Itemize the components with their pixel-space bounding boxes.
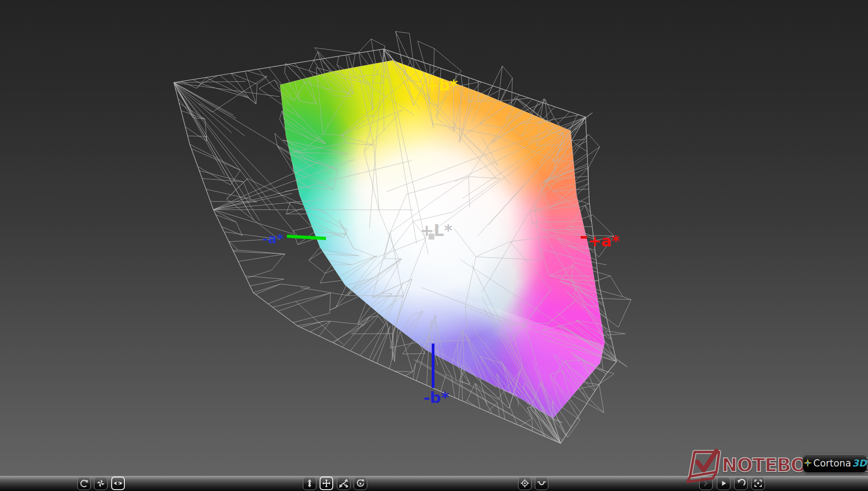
undo-arrow-icon — [739, 479, 745, 485]
orbit-arrow-icon — [81, 480, 87, 486]
orbit-rotate-button[interactable] — [77, 476, 91, 490]
axis-label-plus-L: +L* — [420, 221, 453, 240]
view-visibility-button[interactable] — [111, 476, 125, 490]
axis-label-plus-a: +a* — [588, 232, 620, 250]
axis-label-plus-b: +b* — [426, 76, 458, 94]
play-animation-button[interactable] — [717, 476, 730, 490]
cortona3d-badge[interactable]: Cortona3D — [803, 454, 867, 473]
cortona-brand-text: Cortona — [814, 458, 851, 469]
axis-label-minus-a: -a* — [262, 231, 284, 246]
cortona-star-icon — [803, 458, 813, 469]
snapshot-button[interactable] — [699, 476, 713, 490]
center-view-button[interactable] — [518, 476, 532, 490]
four-way-arrow-icon — [322, 479, 330, 487]
horizon-curve-icon — [538, 482, 545, 485]
play-icon — [722, 481, 726, 486]
gamut-3d-viewport[interactable]: +L* +b* -b* +a* -a* — [0, 0, 868, 476]
three-arrow-rotate-icon — [339, 479, 348, 488]
rotate-free-button[interactable] — [337, 476, 350, 490]
move-vertical-button[interactable] — [303, 476, 316, 490]
spin-roll-button[interactable] — [354, 476, 367, 490]
fullscreen-button[interactable] — [751, 476, 765, 490]
chevron-icon — [705, 481, 707, 486]
viewer-toolbar — [0, 476, 868, 491]
pan-move-button[interactable] — [320, 476, 333, 490]
gamut-scene: +L* +b* -b* +a* -a* — [0, 0, 868, 476]
render-mode-button[interactable] — [94, 476, 108, 490]
axis-label-minus-b: -b* — [424, 388, 449, 407]
target-icon — [520, 479, 529, 488]
pinwheel-icon — [97, 480, 105, 487]
cortona-3d-text: 3D — [852, 458, 867, 469]
up-down-arrow-icon — [308, 479, 311, 487]
undo-view-button[interactable] — [734, 476, 748, 490]
fit-horizon-button[interactable] — [535, 476, 548, 490]
